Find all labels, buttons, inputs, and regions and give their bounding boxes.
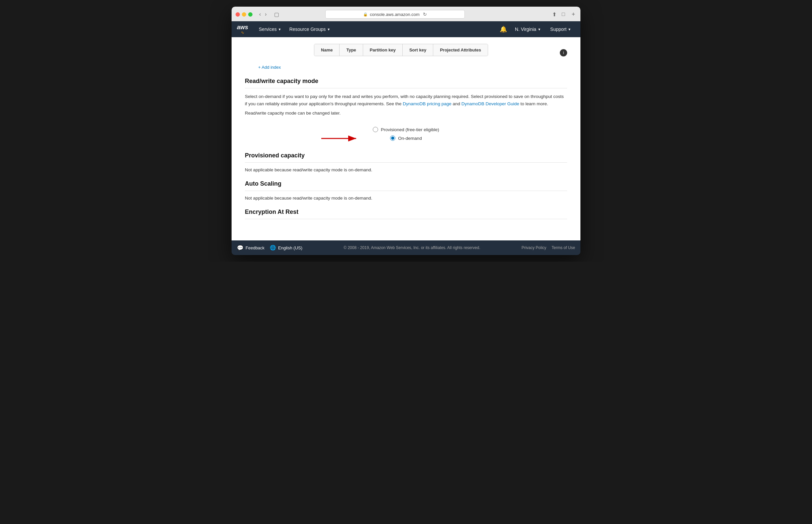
index-col-partition-key: Partition key	[363, 44, 403, 56]
desc-text-3: to learn more.	[521, 101, 548, 106]
info-icon[interactable]: i	[560, 49, 567, 56]
support-nav-item[interactable]: Support ▼	[546, 21, 575, 37]
aws-nav: aws ∿ Services ▼ Resource Groups ▼ 🔔 N. …	[232, 21, 580, 37]
provisioned-label: Provisioned (free-tier eligible)	[381, 127, 439, 132]
encryption-divider	[245, 219, 567, 219]
add-index-link[interactable]: + Add index	[258, 65, 567, 70]
auto-scaling-divider	[245, 191, 567, 191]
tab-button[interactable]: □	[560, 11, 567, 18]
url-text: console.aws.amazon.com	[370, 12, 420, 17]
region-label: N. Virginia	[515, 27, 536, 32]
services-label: Services	[259, 27, 277, 32]
footer-right: Privacy Policy Terms of Use	[522, 245, 575, 250]
encryption-section: Encryption At Rest	[245, 209, 567, 219]
terms-of-use-link[interactable]: Terms of Use	[552, 245, 575, 250]
desc-text-2: and	[452, 101, 461, 106]
provisioned-na-text: Not applicable because read/write capaci…	[245, 167, 567, 173]
provisioned-capacity-title: Provisioned capacity	[245, 152, 567, 159]
chat-icon: 💬	[237, 245, 243, 251]
index-table-header: Name Type Partition key Sort key Project…	[314, 44, 488, 56]
auto-scaling-na-text: Not applicable because read/write capaci…	[245, 196, 567, 200]
services-nav-item[interactable]: Services ▼	[255, 21, 285, 37]
share-button[interactable]: ⬆	[551, 11, 558, 18]
aws-logo[interactable]: aws ∿	[237, 24, 248, 34]
nav-right: 🔔 N. Virginia ▼ Support ▼	[497, 21, 575, 37]
language-label: English (US)	[278, 245, 302, 250]
region-arrow-icon: ▼	[538, 28, 541, 31]
aws-smile-icon: ∿	[241, 31, 244, 34]
aws-footer: 💬 Feedback 🌐 English (US) © 2008 - 2019,…	[232, 241, 580, 255]
aws-logo-text: aws	[237, 24, 248, 30]
provisioned-capacity-section: Provisioned capacity Not applicable beca…	[245, 152, 567, 173]
index-col-sort-key: Sort key	[403, 44, 433, 56]
minimize-button[interactable]	[242, 12, 246, 17]
on-demand-radio[interactable]	[390, 135, 395, 141]
reload-button[interactable]: ↻	[423, 12, 427, 17]
index-col-projected-attrs: Projected Attributes	[433, 44, 488, 56]
feedback-label: Feedback	[245, 245, 265, 250]
footer-copyright: © 2008 - 2019, Amazon Web Services, Inc.…	[302, 245, 522, 250]
forward-button[interactable]: ›	[264, 11, 268, 18]
notification-bell-icon[interactable]: 🔔	[497, 26, 510, 33]
auto-scaling-title: Auto Scaling	[245, 180, 567, 187]
read-write-description: Select on-demand if you want to pay only…	[245, 93, 567, 107]
globe-icon: 🌐	[270, 245, 276, 251]
encryption-title: Encryption At Rest	[245, 209, 567, 215]
read-write-title: Read/write capacity mode	[245, 78, 567, 85]
language-button[interactable]: 🌐 English (US)	[270, 245, 302, 251]
index-col-type: Type	[339, 44, 363, 56]
footer-left: 💬 Feedback 🌐 English (US)	[237, 245, 302, 251]
address-bar: 🔒 console.aws.amazon.com ↻	[325, 10, 465, 19]
maximize-button[interactable]	[248, 12, 253, 17]
red-arrow-svg	[321, 133, 361, 144]
provisioned-divider	[245, 162, 567, 163]
new-tab-button[interactable]: +	[570, 11, 576, 18]
window-chrome: ‹ › ▢ 🔒 console.aws.amazon.com ↻ ⬆ □ +	[232, 7, 580, 21]
resource-groups-label: Resource Groups	[289, 27, 326, 32]
services-arrow-icon: ▼	[278, 28, 282, 31]
index-header-row: Name Type Partition key Sort key Project…	[245, 44, 567, 62]
main-content: Name Type Partition key Sort key Project…	[232, 37, 580, 241]
read-write-section: Read/write capacity mode Select on-deman…	[245, 78, 567, 144]
dynamodb-guide-link[interactable]: DynamoDB Developer Guide	[461, 101, 519, 106]
chrome-right-buttons: ⬆ □ +	[551, 11, 576, 18]
copyright-text: © 2008 - 2019, Amazon Web Services, Inc.…	[344, 245, 480, 250]
sidebar-button[interactable]: ▢	[272, 11, 281, 18]
auto-scaling-section: Auto Scaling Not applicable because read…	[245, 180, 567, 200]
on-demand-label: On-demand	[398, 136, 421, 141]
read-write-divider	[245, 88, 567, 88]
dynamodb-pricing-link[interactable]: DynamoDB pricing page	[403, 101, 451, 106]
privacy-policy-link[interactable]: Privacy Policy	[522, 245, 546, 250]
region-nav-item[interactable]: N. Virginia ▼	[511, 21, 545, 37]
read-write-note: Read/write capacity mode can be changed …	[245, 111, 567, 116]
capacity-mode-options: Provisioned (free-tier eligible) On-dema…	[245, 120, 567, 144]
red-arrow	[321, 133, 361, 144]
resource-groups-arrow-icon: ▼	[327, 28, 330, 31]
support-arrow-icon: ▼	[568, 28, 571, 31]
support-label: Support	[550, 27, 567, 32]
lock-icon: 🔒	[363, 12, 368, 17]
resource-groups-nav-item[interactable]: Resource Groups ▼	[285, 21, 335, 37]
provisioned-radio[interactable]	[373, 127, 378, 132]
nav-buttons: ‹ ›	[258, 11, 268, 18]
traffic-lights	[236, 12, 253, 17]
provisioned-option[interactable]: Provisioned (free-tier eligible)	[373, 127, 439, 132]
back-button[interactable]: ‹	[258, 11, 262, 18]
on-demand-option[interactable]: On-demand	[390, 135, 421, 141]
index-col-name: Name	[314, 44, 339, 56]
feedback-button[interactable]: 💬 Feedback	[237, 245, 265, 251]
close-button[interactable]	[236, 12, 240, 17]
